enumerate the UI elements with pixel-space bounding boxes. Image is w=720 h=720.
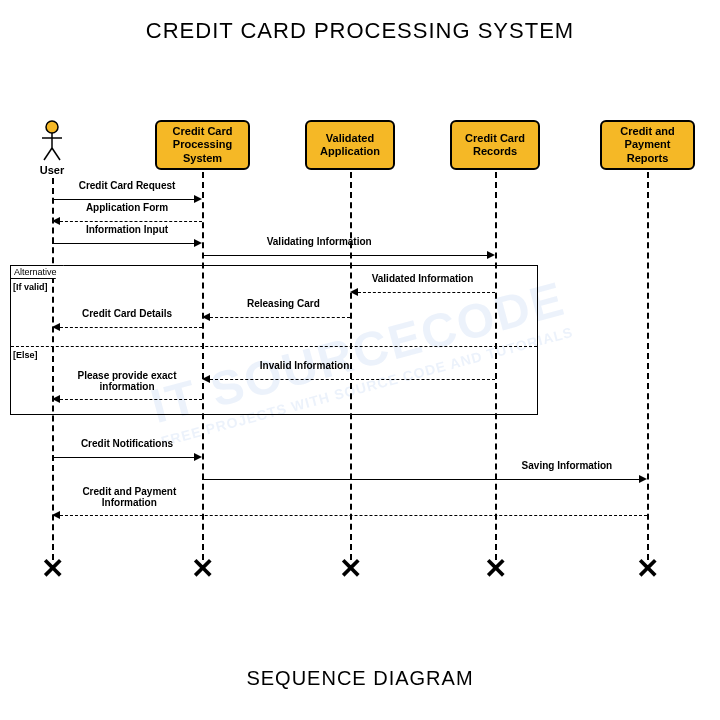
lifeline-system: Credit Card Processing System: [155, 120, 250, 170]
msg-label: Invalid Information: [260, 360, 349, 371]
msg-label: Validated Information: [372, 273, 474, 284]
msg-releasing-card: Releasing Card: [202, 310, 350, 324]
msg-label: Credit and Payment Information: [69, 486, 189, 508]
msg-provide-exact-info: Please provide exact information: [52, 392, 202, 406]
msg-saving-information: Saving Information: [202, 472, 647, 486]
lifeline-records-label: Credit Card Records: [456, 132, 534, 158]
lifeline-reports-label: Credit and Payment Reports: [606, 125, 689, 165]
msg-validating-information: Validating Information: [202, 248, 495, 262]
destroy-validated: ✕: [339, 552, 362, 585]
msg-label: Credit Notifications: [81, 438, 173, 449]
msg-label: Validating Information: [267, 236, 372, 247]
stick-figure-icon: [38, 120, 66, 162]
lifeline-line-reports: [647, 172, 649, 560]
msg-credit-card-details: Credit Card Details: [52, 320, 202, 334]
msg-label: Information Input: [86, 224, 168, 235]
lifeline-records: Credit Card Records: [450, 120, 540, 170]
lifeline-validated-label: Validated Application: [311, 132, 389, 158]
alt-label: Alternative: [10, 265, 64, 279]
msg-information-input: Information Input: [52, 236, 202, 250]
msg-label: Credit Card Details: [82, 308, 172, 319]
msg-label: Releasing Card: [247, 298, 320, 309]
alt-guard-if: [If valid]: [13, 282, 48, 292]
alt-divider: [11, 346, 537, 347]
lifeline-validated: Validated Application: [305, 120, 395, 170]
msg-credit-payment-info: Credit and Payment Information: [52, 508, 647, 522]
svg-point-0: [46, 121, 58, 133]
msg-invalid-information: Invalid Information: [202, 372, 495, 386]
sequence-diagram: User Credit Card Processing System Valid…: [20, 120, 700, 600]
actor-user: [38, 120, 66, 162]
lifeline-reports: Credit and Payment Reports: [600, 120, 695, 170]
destroy-user: ✕: [41, 552, 64, 585]
page-title: CREDIT CARD PROCESSING SYSTEM: [0, 0, 720, 54]
lifeline-system-label: Credit Card Processing System: [161, 125, 244, 165]
msg-label: Application Form: [86, 202, 168, 213]
msg-label: Saving Information: [522, 460, 613, 471]
svg-line-4: [52, 148, 60, 160]
alt-guard-else: [Else]: [13, 350, 38, 360]
msg-credit-notifications: Credit Notifications: [52, 450, 202, 464]
svg-line-3: [44, 148, 52, 160]
msg-label: Credit Card Request: [79, 180, 176, 191]
page-subtitle: SEQUENCE DIAGRAM: [0, 667, 720, 690]
destroy-system: ✕: [191, 552, 214, 585]
msg-label: Please provide exact information: [67, 370, 187, 392]
destroy-records: ✕: [484, 552, 507, 585]
actor-user-label: User: [38, 164, 66, 176]
msg-validated-information: Validated Information: [350, 285, 495, 299]
destroy-reports: ✕: [636, 552, 659, 585]
